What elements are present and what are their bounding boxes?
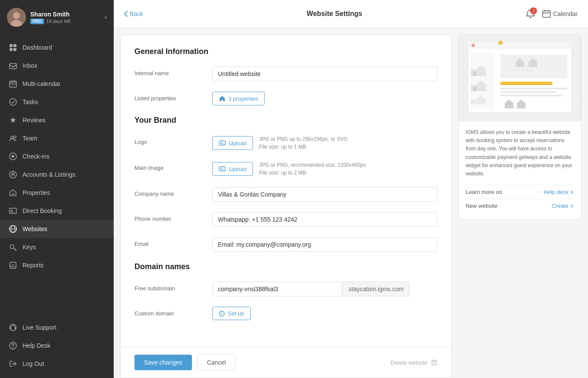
help-icon bbox=[9, 341, 17, 350]
logo-upload-button[interactable]: Upload bbox=[212, 136, 253, 150]
domain-title: Domain names bbox=[134, 262, 438, 271]
logo-hint: JPG or PNG up to 256x256px, or SVG File … bbox=[259, 135, 348, 151]
svg-rect-14 bbox=[14, 84, 15, 85]
sidebar-item-team[interactable]: Team bbox=[0, 129, 114, 147]
phone-input[interactable] bbox=[212, 212, 438, 227]
phone-control bbox=[212, 212, 438, 227]
email-input[interactable] bbox=[212, 237, 438, 252]
sidebar-item-label: Keys bbox=[22, 244, 36, 251]
page-title: Website Settings bbox=[143, 10, 526, 18]
help-desk-link[interactable]: Help desk bbox=[543, 189, 574, 195]
right-description: iGMS allows you to create a beautiful we… bbox=[466, 128, 574, 178]
sidebar-item-properties[interactable]: Properties bbox=[0, 184, 114, 202]
sidebar-item-tasks[interactable]: Tasks bbox=[0, 93, 114, 111]
svg-rect-66 bbox=[473, 87, 476, 91]
sidebar-item-keys[interactable]: Keys bbox=[0, 238, 114, 256]
general-info-title: General Information bbox=[134, 47, 438, 56]
user-info: Sharon Smith PRO 14 days left bbox=[30, 11, 100, 24]
sidebar-item-log-out[interactable]: Log Out bbox=[0, 355, 114, 373]
sidebar-item-help-desk[interactable]: Help Desk bbox=[0, 337, 114, 355]
internal-name-input[interactable] bbox=[212, 67, 438, 81]
svg-rect-4 bbox=[13, 44, 16, 47]
calendar-label: Calendar bbox=[553, 10, 578, 17]
sidebar-item-reports[interactable]: Reports bbox=[0, 256, 114, 274]
properties-button[interactable]: 3 properties bbox=[212, 92, 265, 105]
back-button[interactable]: Back bbox=[124, 10, 143, 17]
logo-upload-label: Upload bbox=[229, 140, 246, 146]
sidebar-item-label: Help Desk bbox=[22, 342, 51, 349]
save-button[interactable]: Save changes bbox=[134, 355, 192, 370]
logo-hint-line1: JPG or PNG up to 256x256px, or SVG bbox=[259, 135, 348, 143]
main-image-row: Main image Upload J bbox=[134, 161, 438, 177]
form-panel: General Information Internal name Listed… bbox=[120, 35, 452, 347]
preview-image bbox=[459, 35, 581, 121]
calendar-button[interactable]: Calendar bbox=[542, 10, 578, 18]
sidebar-item-reviews[interactable]: Reviews bbox=[0, 111, 114, 129]
sidebar-item-dashboard[interactable]: Dashboard bbox=[0, 38, 114, 57]
user-badge: PRO 14 days left bbox=[30, 19, 100, 24]
svg-point-62 bbox=[472, 44, 475, 47]
custom-domain-row: Custom domain bbox=[134, 307, 438, 320]
logo-row: Logo Upload JPG or bbox=[134, 135, 438, 151]
svg-point-15 bbox=[10, 98, 16, 105]
sidebar-item-inbox[interactable]: Inbox bbox=[0, 57, 114, 75]
sidebar-item-label: Inbox bbox=[22, 62, 37, 69]
cancel-button[interactable]: Cancel bbox=[197, 354, 236, 371]
sidebar-item-websites[interactable]: Websites bbox=[0, 220, 114, 238]
topbar-actions: 1 Calendar bbox=[526, 9, 578, 19]
logo-control: Upload JPG or PNG up to 256x256px, or SV… bbox=[212, 135, 438, 151]
svg-point-17 bbox=[14, 136, 16, 138]
support-icon bbox=[9, 323, 17, 332]
pro-badge: PRO bbox=[30, 19, 44, 24]
svg-point-16 bbox=[11, 136, 13, 139]
main-content: Back Website Settings 1 Calendar bbox=[114, 0, 588, 378]
inbox-icon bbox=[9, 61, 17, 70]
delete-website-button[interactable]: Delete website bbox=[391, 359, 438, 366]
notification-button[interactable]: 1 bbox=[526, 9, 535, 19]
setup-button[interactable]: Set up bbox=[212, 307, 251, 320]
content-area: General Information Internal name Listed… bbox=[114, 28, 588, 378]
create-label: Create bbox=[552, 203, 569, 209]
keys-icon bbox=[9, 243, 17, 251]
logo-hint-line2: File size: up to 1 MB bbox=[259, 143, 348, 151]
accounts-icon bbox=[9, 170, 17, 179]
email-control bbox=[212, 237, 438, 252]
phone-label: Phone number bbox=[134, 212, 204, 222]
brand-title: Your Brand bbox=[134, 116, 438, 125]
back-label: Back bbox=[130, 10, 143, 17]
setup-btn-label: Set up bbox=[228, 310, 244, 317]
sidebar-bottom: Live Support Help Desk Log Out bbox=[0, 314, 114, 378]
avatar bbox=[7, 8, 26, 27]
sidebar-item-direct-booking[interactable]: Direct Booking bbox=[0, 202, 114, 220]
svg-point-63 bbox=[499, 41, 503, 45]
subdomain-input[interactable] bbox=[212, 282, 342, 296]
svg-rect-6 bbox=[13, 48, 16, 51]
internal-name-label: Internal name bbox=[134, 67, 204, 76]
svg-rect-70 bbox=[501, 88, 568, 89]
svg-rect-3 bbox=[10, 44, 13, 47]
sidebar-item-accounts-listings[interactable]: Accounts & Listings bbox=[0, 165, 114, 184]
main-image-upload-button[interactable]: Upload bbox=[212, 162, 253, 176]
topbar: Back Website Settings 1 Calendar bbox=[114, 0, 588, 28]
main-image-hint-line1: JPG or PNG, recommended size: 1200x400px bbox=[259, 161, 366, 169]
create-link[interactable]: Create bbox=[552, 203, 574, 209]
help-desk-label: Help desk bbox=[543, 189, 569, 195]
company-name-control bbox=[212, 187, 438, 202]
svg-point-1 bbox=[13, 12, 20, 19]
svg-rect-22 bbox=[10, 208, 16, 213]
notification-badge: 1 bbox=[530, 7, 537, 14]
sidebar-item-multi-calendar[interactable]: Multi-calendar bbox=[0, 75, 114, 93]
company-name-input[interactable] bbox=[212, 187, 438, 202]
sidebar-item-label: Dashboard bbox=[22, 44, 52, 51]
free-subdomain-row: Free subdomain .staycation.igms.com bbox=[134, 282, 438, 296]
svg-rect-72 bbox=[501, 95, 563, 96]
sidebar-nav: Dashboard Inbox bbox=[0, 35, 114, 314]
company-name-row: Company name bbox=[134, 187, 438, 202]
sidebar-item-live-support[interactable]: Live Support bbox=[0, 318, 114, 337]
sidebar-item-check-ins[interactable]: Check-ins bbox=[0, 147, 114, 165]
sidebar-item-label: Log Out bbox=[22, 360, 44, 367]
preview-card: iGMS allows you to create a beautiful we… bbox=[458, 35, 582, 220]
svg-point-19 bbox=[12, 155, 14, 158]
collapse-button[interactable]: ‹ bbox=[105, 13, 107, 21]
sidebar-item-label: Tasks bbox=[22, 98, 38, 105]
